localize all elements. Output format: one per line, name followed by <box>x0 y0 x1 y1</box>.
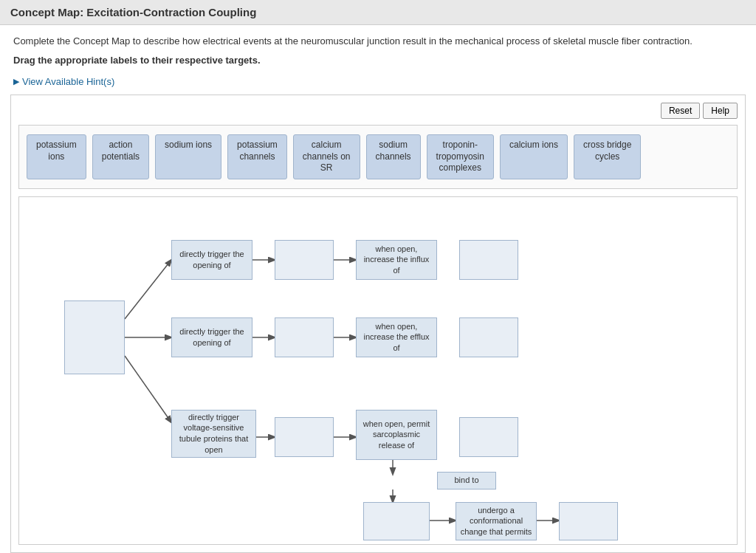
hint-link-text[interactable]: View Available Hint(s) <box>22 76 114 87</box>
main-left-box[interactable] <box>64 300 125 374</box>
row3-empty1-box[interactable] <box>275 417 334 457</box>
instruction-line2: Drag the appropriate labels to their res… <box>13 53 743 68</box>
label-chip-potassium-channels[interactable]: potassium channels <box>227 134 287 179</box>
row3-trigger-box: directly trigger voltage-sensitive tubul… <box>171 410 256 458</box>
label-chip-cross-bridge-cycles[interactable]: cross bridge cycles <box>574 134 641 179</box>
bind-to-box: bind to <box>437 472 496 490</box>
concept-map-container: Reset Help potassium ionsaction potentia… <box>10 95 746 553</box>
row3-empty2-box[interactable] <box>459 417 518 457</box>
label-chip-calcium-channels-sr[interactable]: calcium channels on SR <box>293 134 360 179</box>
label-chip-potassium-ions[interactable]: potassium ions <box>27 134 86 179</box>
label-chip-action-potentials[interactable]: action potentials <box>92 134 149 179</box>
hint-link[interactable]: ▶ View Available Hint(s) <box>0 73 756 95</box>
hint-arrow-icon: ▶ <box>13 77 19 86</box>
svg-line-2 <box>125 356 171 422</box>
diagram-area: directly trigger the opening of when ope… <box>18 196 738 545</box>
row4-empty-box[interactable] <box>363 502 430 540</box>
labels-area: potassium ionsaction potentialssodium io… <box>18 125 738 189</box>
conform-box: undergo a conformational change that per… <box>456 502 537 540</box>
instructions: Complete the Concept Map to describe how… <box>0 25 756 73</box>
row1-trigger-box: directly trigger the opening of <box>171 240 252 280</box>
row3-when-box: when open, permit sarcoplasmic release o… <box>356 410 437 460</box>
row2-empty2-box[interactable] <box>459 317 518 357</box>
row1-when-box: when open, increase the influx of <box>356 240 437 280</box>
row2-trigger-box: directly trigger the opening of <box>171 317 252 357</box>
instruction-line1: Complete the Concept Map to describe how… <box>13 34 743 49</box>
row4-result-box[interactable] <box>559 502 618 540</box>
label-chip-troponin-tropomyosin[interactable]: troponin- tropomyosin complexes <box>427 134 494 179</box>
label-chip-sodium-ions[interactable]: sodium ions <box>155 134 221 179</box>
top-toolbar: Reset Help <box>18 103 738 119</box>
row1-empty1-box[interactable] <box>275 240 334 280</box>
row2-when-box: when open, increase the efflux of <box>356 317 437 357</box>
help-button[interactable]: Help <box>703 103 738 119</box>
page-title: Concept Map: Excitation-Contraction Coup… <box>0 0 756 25</box>
label-chip-calcium-ions[interactable]: calcium ions <box>500 134 568 179</box>
row2-empty1-box[interactable] <box>275 317 334 357</box>
row1-empty2-box[interactable] <box>459 240 518 280</box>
diagram-container: directly trigger the opening of when ope… <box>57 212 699 529</box>
svg-line-0 <box>125 260 171 319</box>
label-chip-sodium-channels[interactable]: sodium channels <box>366 134 421 179</box>
reset-button[interactable]: Reset <box>661 103 700 119</box>
